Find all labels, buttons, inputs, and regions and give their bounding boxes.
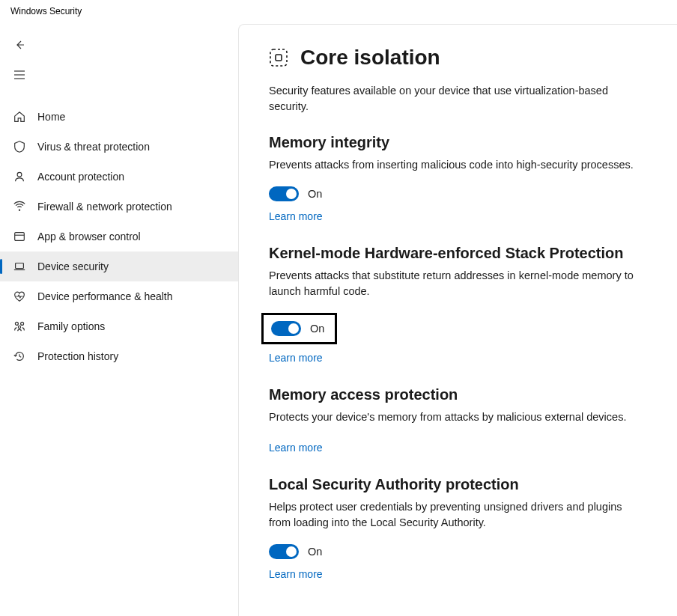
section-title: Kernel-mode Hardware-enforced Stack Prot…	[269, 245, 647, 262]
laptop-icon	[12, 259, 27, 274]
nav-label: Account protection	[37, 171, 124, 183]
section-desc: Prevents attacks from inserting maliciou…	[269, 157, 636, 173]
nav-label: Device performance & health	[37, 290, 173, 302]
toggle-state-label: On	[308, 188, 322, 200]
page-subtitle: Security features available on your devi…	[269, 83, 636, 115]
nav-label: Home	[37, 111, 65, 123]
family-icon	[12, 319, 27, 334]
svg-point-9	[21, 322, 24, 325]
content-area: Core isolation Security features availab…	[238, 24, 677, 616]
back-arrow-icon	[13, 39, 25, 51]
core-isolation-icon	[269, 48, 288, 67]
nav-app-browser[interactable]: App & browser control	[0, 222, 238, 251]
nav-virus-threat[interactable]: Virus & threat protection	[0, 132, 238, 162]
nav-label: Device security	[37, 260, 109, 272]
page-title: Core isolation	[300, 46, 440, 70]
nav-label: Family options	[37, 320, 105, 332]
nav-label: Virus & threat protection	[37, 141, 150, 153]
memory-integrity-toggle[interactable]	[269, 186, 299, 201]
nav-list: Home Virus & threat protection Account p…	[0, 102, 238, 371]
nav-label: App & browser control	[37, 231, 141, 243]
kernel-stack-toggle[interactable]	[271, 321, 301, 336]
lsa-toggle[interactable]	[269, 544, 299, 559]
nav-home[interactable]: Home	[0, 102, 238, 132]
network-icon	[12, 199, 27, 214]
section-desc: Helps protect user credentials by preven…	[269, 499, 636, 531]
back-button[interactable]	[6, 31, 33, 58]
section-memory-integrity: Memory integrity Prevents attacks from i…	[269, 134, 647, 222]
nav-device-security[interactable]: Device security	[0, 251, 238, 281]
window-title: Windows Security	[0, 0, 677, 19]
nav-performance-health[interactable]: Device performance & health	[0, 281, 238, 311]
nav-label: Firewall & network protection	[37, 201, 172, 213]
svg-point-10	[18, 326, 20, 328]
svg-rect-5	[15, 233, 25, 241]
section-title: Memory integrity	[269, 134, 647, 151]
learn-more-link[interactable]: Learn more	[269, 568, 323, 580]
learn-more-link[interactable]: Learn more	[269, 442, 323, 454]
history-icon	[12, 349, 27, 364]
svg-point-8	[15, 322, 18, 325]
svg-point-4	[19, 210, 20, 211]
section-desc: Prevents attacks that substitute return …	[269, 268, 636, 299]
svg-rect-12	[276, 55, 282, 61]
heart-icon	[12, 289, 27, 304]
person-icon	[12, 169, 27, 184]
window-icon	[12, 229, 27, 244]
section-title: Memory access protection	[269, 386, 647, 403]
nav-family-options[interactable]: Family options	[0, 311, 238, 341]
section-memory-access: Memory access protection Protects your d…	[269, 386, 647, 454]
home-icon	[12, 109, 27, 124]
section-kernel-stack: Kernel-mode Hardware-enforced Stack Prot…	[269, 245, 647, 364]
nav-label: Protection history	[37, 350, 118, 362]
svg-rect-7	[16, 263, 24, 269]
shield-icon	[12, 139, 27, 154]
svg-rect-11	[270, 49, 287, 66]
hamburger-icon	[13, 70, 25, 80]
sidebar: Home Virus & threat protection Account p…	[0, 19, 238, 616]
svg-point-3	[17, 172, 22, 177]
toggle-state-label: On	[310, 323, 324, 335]
highlighted-toggle-box: On	[261, 313, 337, 344]
learn-more-link[interactable]: Learn more	[269, 210, 323, 222]
section-lsa: Local Security Authority protection Help…	[269, 476, 647, 580]
nav-firewall[interactable]: Firewall & network protection	[0, 192, 238, 222]
toggle-state-label: On	[308, 546, 322, 558]
nav-protection-history[interactable]: Protection history	[0, 341, 238, 371]
section-desc: Protects your device's memory from attac…	[269, 409, 636, 425]
learn-more-link[interactable]: Learn more	[269, 352, 323, 364]
menu-button[interactable]	[6, 61, 33, 88]
nav-account-protection[interactable]: Account protection	[0, 162, 238, 192]
section-title: Local Security Authority protection	[269, 476, 647, 493]
